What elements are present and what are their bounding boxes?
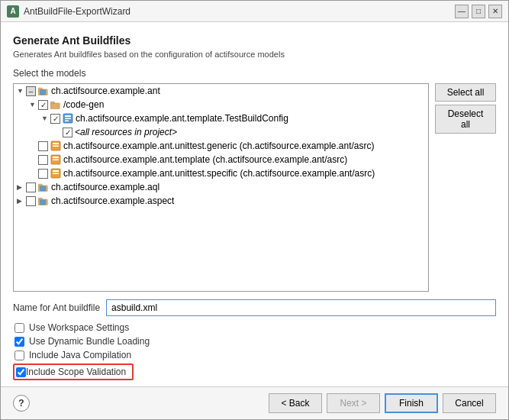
dynamic-bundle-row: Use Dynamic Bundle Loading xyxy=(13,336,496,347)
tree-item-generic[interactable]: ch.actifsource.example.ant.unittest.gene… xyxy=(14,139,428,153)
svg-rect-7 xyxy=(65,118,71,120)
svg-rect-4 xyxy=(50,102,54,104)
back-button[interactable]: < Back xyxy=(269,393,322,413)
scope-validation-label: Include Scope Validation xyxy=(26,367,126,377)
tree-item-template[interactable]: ch.actifsource.example.ant.template (ch.… xyxy=(14,153,428,166)
finish-button[interactable]: Finish xyxy=(385,393,438,413)
svg-rect-8 xyxy=(65,121,69,122)
tree-label-generic: ch.actifsource.example.ant.unittest.gene… xyxy=(63,141,375,151)
footer: ? < Back Next > Finish Cancel xyxy=(1,386,508,419)
pkg-icon-template xyxy=(50,154,61,165)
tree-section: ▼ – ch.actifsource.example.ant ▼ ✓ xyxy=(13,83,496,292)
svg-rect-10 xyxy=(53,143,59,144)
svg-rect-19 xyxy=(38,184,42,186)
scope-validation-highlighted-row: Include Scope Validation xyxy=(13,363,134,380)
checkbox-specific[interactable] xyxy=(38,169,48,179)
folder-pkg-icon-root xyxy=(38,87,49,95)
workspace-settings-label: Use Workspace Settings xyxy=(29,322,129,333)
window-title: AntBuildFile-ExportWizard xyxy=(24,6,130,17)
workspace-settings-checkbox[interactable] xyxy=(14,323,24,333)
tree-item-code-gen[interactable]: ▼ ✓ /code-gen xyxy=(14,98,428,111)
arrow-aql[interactable]: ▶ xyxy=(17,183,26,191)
svg-rect-20 xyxy=(40,186,46,190)
checkbox-generic[interactable] xyxy=(38,141,48,151)
tree-label-template: ch.actifsource.example.ant.template (ch.… xyxy=(63,154,347,165)
svg-rect-2 xyxy=(40,89,46,94)
svg-rect-11 xyxy=(53,146,59,147)
dynamic-bundle-checkbox[interactable] xyxy=(14,337,24,347)
models-section-label: Select the models xyxy=(13,68,496,79)
tree-label-code-gen: /code-gen xyxy=(63,99,104,110)
pkg-icon-specific xyxy=(50,168,61,179)
pkg-icon-generic xyxy=(50,141,61,151)
checkbox-code-gen[interactable]: ✓ xyxy=(38,100,48,110)
dynamic-bundle-label: Use Dynamic Bundle Loading xyxy=(29,336,150,347)
options-section: Name for Ant buildfile Use Workspace Set… xyxy=(13,299,496,380)
checkbox-root[interactable]: – xyxy=(26,86,36,96)
checkbox-resources[interactable]: ✓ xyxy=(63,128,72,137)
minimize-button[interactable]: — xyxy=(455,5,469,18)
java-compilation-checkbox[interactable] xyxy=(14,351,24,360)
tree-label-root: ch.actifsource.example.ant xyxy=(51,86,160,96)
maximize-button[interactable]: □ xyxy=(472,5,485,18)
page-subtitle: Generates Ant buildfiles based on the co… xyxy=(13,50,496,59)
tree-item-specific[interactable]: ch.actifsource.example.ant.unittest.spec… xyxy=(14,166,428,180)
next-button[interactable]: Next > xyxy=(327,393,380,413)
tree-item-aspect[interactable]: ▶ ch.actifsource.example.aspect xyxy=(14,194,428,208)
content-area: Generate Ant Buildfiles Generates Ant bu… xyxy=(1,22,508,386)
arrow-aspect[interactable]: ▶ xyxy=(17,197,26,205)
tree-item-aql[interactable]: ▶ ch.actifsource.example.aql xyxy=(14,180,428,194)
footer-right: < Back Next > Finish Cancel xyxy=(269,393,496,413)
tree-label-aspect: ch.actifsource.example.aspect xyxy=(51,195,174,206)
tree-label-testbuild: ch.actifsource.example.ant.template.Test… xyxy=(76,113,288,124)
svg-rect-6 xyxy=(65,115,71,117)
arrow-root[interactable]: ▼ xyxy=(17,87,26,95)
checkbox-template[interactable] xyxy=(38,155,48,165)
svg-rect-22 xyxy=(38,198,42,200)
tree-action-buttons: Select all Deselect all xyxy=(435,83,496,292)
checkbox-aspect[interactable] xyxy=(26,196,36,206)
svg-rect-16 xyxy=(53,170,59,172)
java-compilation-label: Include Java Compilation xyxy=(29,350,131,360)
svg-rect-3 xyxy=(50,102,60,108)
select-all-button[interactable]: Select all xyxy=(435,83,496,102)
folder-icon-code-gen xyxy=(50,101,61,109)
window-controls: — □ ✕ xyxy=(455,5,502,18)
footer-left: ? xyxy=(13,395,30,412)
arrow-code-gen[interactable]: ▼ xyxy=(29,101,38,108)
folder-pkg-icon-aspect xyxy=(38,197,49,205)
svg-rect-13 xyxy=(53,157,59,158)
buildfile-label: Name for Ant buildfile xyxy=(13,302,100,313)
buildfile-input[interactable] xyxy=(106,299,496,316)
svg-rect-14 xyxy=(53,160,59,161)
tree-label-resources: <all resources in project> xyxy=(75,127,177,137)
tree-label-specific: ch.actifsource.example.ant.unittest.spec… xyxy=(63,168,375,179)
app-icon: A xyxy=(7,5,19,18)
help-button[interactable]: ? xyxy=(13,395,30,412)
scope-validation-checkbox[interactable] xyxy=(16,367,26,377)
java-compilation-row: Include Java Compilation xyxy=(13,350,496,360)
cancel-button[interactable]: Cancel xyxy=(443,393,496,413)
checkbox-testbuild[interactable]: ✓ xyxy=(50,114,60,124)
svg-rect-23 xyxy=(40,199,46,204)
main-window: A AntBuildFile-ExportWizard — □ ✕ Genera… xyxy=(0,0,509,420)
arrow-testbuild[interactable]: ▼ xyxy=(41,115,50,122)
page-title: Generate Ant Buildfiles xyxy=(13,34,496,47)
tree-item-testbuild[interactable]: ▼ ✓ ch.actifsource.example.ant.template.… xyxy=(14,111,428,125)
buildfile-row: Name for Ant buildfile xyxy=(13,299,496,316)
folder-pkg-icon-aql xyxy=(38,183,49,192)
svg-rect-17 xyxy=(53,173,59,175)
workspace-settings-row: Use Workspace Settings xyxy=(13,322,496,333)
tree-item-resources[interactable]: ✓ <all resources in project> xyxy=(14,125,428,139)
pkg-icon-testbuild xyxy=(63,113,73,124)
titlebar-left: A AntBuildFile-ExportWizard xyxy=(7,5,130,18)
tree-label-aql: ch.actifsource.example.aql xyxy=(51,182,159,192)
titlebar: A AntBuildFile-ExportWizard — □ ✕ xyxy=(1,1,508,22)
close-button[interactable]: ✕ xyxy=(488,5,502,18)
models-tree[interactable]: ▼ – ch.actifsource.example.ant ▼ ✓ xyxy=(13,83,429,292)
svg-rect-1 xyxy=(38,88,42,90)
tree-item-root[interactable]: ▼ – ch.actifsource.example.ant xyxy=(14,84,428,98)
deselect-all-button[interactable]: Deselect all xyxy=(435,105,496,134)
checkbox-aql[interactable] xyxy=(26,183,36,192)
